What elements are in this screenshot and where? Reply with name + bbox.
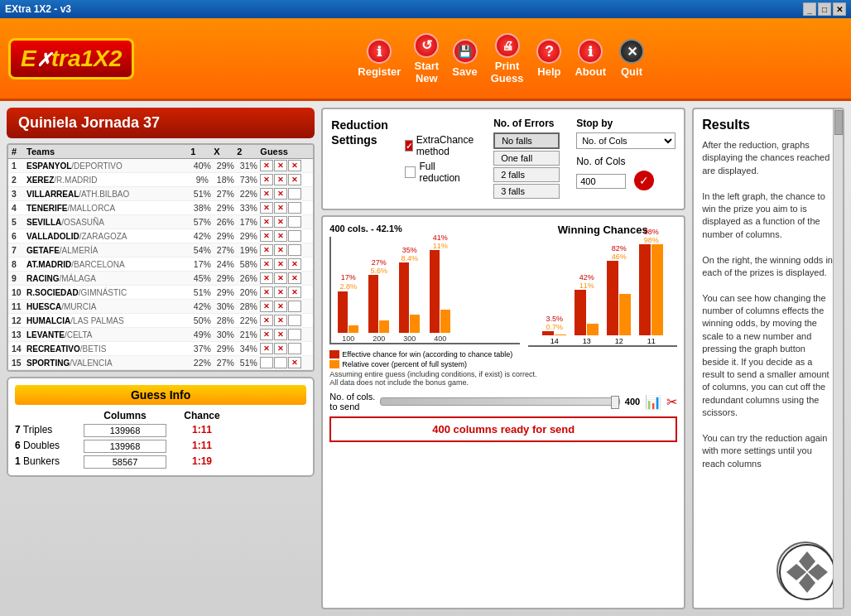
guess-cell-1[interactable]: ✕: [260, 174, 273, 185]
guess-cell-1[interactable]: ✕: [260, 188, 273, 200]
bar-200-orange: [379, 320, 389, 333]
guess-cell-1[interactable]: ✕: [260, 286, 273, 298]
guess-cell-2[interactable]: [288, 202, 301, 214]
soccer-ball: [776, 541, 834, 599]
guess-cell-x[interactable]: ✕: [274, 174, 287, 185]
guess-cell-1[interactable]: ✕: [260, 301, 273, 312]
guess-cell-x[interactable]: ✕: [274, 301, 287, 312]
register-button[interactable]: ℹ Register: [353, 36, 406, 81]
cols-input-group: No. of Cols ✓: [576, 156, 676, 190]
save-button[interactable]: 💾 Save: [447, 36, 482, 81]
guess-cell-x[interactable]: ✕: [274, 272, 287, 284]
guess-cell-1[interactable]: ✕: [260, 160, 273, 171]
guess-cell-x[interactable]: ✕: [274, 258, 287, 270]
guess-cell-x[interactable]: ✕: [274, 160, 287, 171]
guess-cell-2[interactable]: ✕: [288, 160, 301, 171]
legend-orange-box: [329, 360, 339, 368]
pct-2: 58%: [237, 259, 260, 269]
quit-button[interactable]: ✕ Quit: [614, 36, 649, 81]
results-title: Results: [702, 118, 834, 132]
pct-2: 28%: [237, 301, 260, 311]
slider-thumb[interactable]: [611, 396, 619, 409]
start-new-button[interactable]: ↺ StartNew: [409, 30, 444, 88]
one-fall-btn[interactable]: One fall: [493, 151, 560, 166]
wc-bar-13: 42% 11% 13: [575, 273, 599, 345]
guess-cell-x[interactable]: [274, 357, 287, 368]
guess-cell-x[interactable]: ✕: [274, 244, 287, 256]
guess-cell-2[interactable]: [288, 216, 301, 228]
pct-2: 20%: [237, 287, 260, 297]
guess-cell-2[interactable]: [288, 244, 301, 256]
guess-cell-2[interactable]: ✕: [288, 272, 301, 284]
guess-cell-1[interactable]: ✕: [260, 216, 273, 228]
guess-cell-2[interactable]: [288, 230, 301, 242]
pct-2: 22%: [237, 189, 260, 199]
full-reduction-option[interactable]: Full reduction: [405, 161, 477, 184]
scrollbar-thumb[interactable]: [834, 110, 843, 135]
match-number: 14: [12, 344, 26, 354]
guess-cells: ✕ ✕ ✕: [260, 272, 310, 284]
bar-group-400: 41% 11% 400: [430, 233, 450, 343]
guess-cell-1[interactable]: ✕: [260, 202, 273, 214]
extrachance-checkbox[interactable]: ✓: [405, 140, 413, 152]
two-falls-btn[interactable]: 2 falls: [493, 167, 560, 182]
guess-cell-x[interactable]: ✕: [274, 286, 287, 298]
close-button[interactable]: ✕: [833, 2, 846, 16]
check-icon[interactable]: ✓: [634, 171, 654, 190]
winning-chances-chart: Winning Chances 3.5% 0.7% 14: [528, 224, 677, 347]
cols-input[interactable]: [576, 174, 626, 189]
guess-cell-2[interactable]: [288, 315, 301, 326]
bar-chart-icon[interactable]: 📊: [645, 394, 661, 410]
guess-cell-1[interactable]: ✕: [260, 272, 273, 284]
print-guess-button[interactable]: 🖨 PrintGuess: [486, 30, 529, 88]
guess-cell-2[interactable]: ✕: [288, 174, 301, 185]
pct-x: 29%: [214, 344, 237, 354]
stop-select[interactable]: No. of Cols: [576, 132, 676, 149]
guess-cell-2[interactable]: [288, 301, 301, 312]
full-reduction-label: Full reduction: [419, 161, 477, 184]
send-slider[interactable]: [380, 397, 619, 406]
guess-cells: ✕ ✕: [260, 230, 310, 242]
match-teams: SEVILLA/OSASUÑA: [26, 218, 190, 227]
guess-cell-2[interactable]: ✕: [288, 357, 301, 368]
guess-cell-x[interactable]: ✕: [274, 329, 287, 340]
guess-cell-x[interactable]: ✕: [274, 216, 287, 228]
pct-1: 22%: [190, 358, 214, 368]
no-falls-btn[interactable]: No falls: [493, 132, 560, 149]
guess-cell-x[interactable]: ✕: [274, 343, 287, 354]
guess-cell-2[interactable]: [288, 188, 301, 200]
guess-cell-1[interactable]: [260, 357, 273, 368]
maximize-button[interactable]: □: [818, 2, 831, 16]
guess-cell-x[interactable]: ✕: [274, 230, 287, 242]
three-falls-btn[interactable]: 3 falls: [493, 184, 560, 199]
guess-cell-1[interactable]: ✕: [260, 258, 273, 270]
results-scrollbar[interactable]: [833, 109, 843, 608]
extrachance-option[interactable]: ✓ ExtraChance method: [405, 134, 477, 157]
minimize-button[interactable]: _: [803, 2, 816, 16]
guess-cell-x[interactable]: ✕: [274, 188, 287, 200]
table-row: 9 RACING/MÁLAGA 45% 29% 26% ✕ ✕ ✕: [8, 272, 313, 286]
guess-cell-1[interactable]: ✕: [260, 244, 273, 256]
guess-cells: ✕ ✕: [260, 301, 310, 312]
full-reduction-checkbox[interactable]: [405, 166, 416, 178]
extrachance-label: ExtraChance method: [416, 134, 477, 157]
bunkers-columns: 58567: [84, 455, 166, 469]
pct-2: 19%: [237, 245, 260, 255]
guess-cell-2[interactable]: [288, 329, 301, 340]
guess-cell-2[interactable]: ✕: [288, 286, 301, 298]
guess-cell-2[interactable]: ✕: [288, 258, 301, 270]
guess-cell-2[interactable]: [288, 343, 301, 354]
about-button[interactable]: ℹ About: [570, 36, 611, 81]
match-number: 10: [12, 287, 26, 297]
guess-cell-1[interactable]: ✕: [260, 343, 273, 354]
guess-cell-1[interactable]: ✕: [260, 230, 273, 242]
match-number: 1: [12, 161, 26, 171]
match-teams: VILLARREAL/ATH.BILBAO: [26, 190, 190, 199]
help-button[interactable]: ? Help: [531, 36, 566, 81]
guess-cell-x[interactable]: ✕: [274, 315, 287, 326]
guess-cell-1[interactable]: ✕: [260, 329, 273, 340]
guess-cell-x[interactable]: ✕: [274, 202, 287, 214]
header: E✗tra1X2 ℹ Register ↺ StartNew 💾 Save 🖨 …: [0, 18, 851, 101]
guess-cell-1[interactable]: ✕: [260, 315, 273, 326]
scissors-icon[interactable]: ✂: [666, 394, 677, 410]
